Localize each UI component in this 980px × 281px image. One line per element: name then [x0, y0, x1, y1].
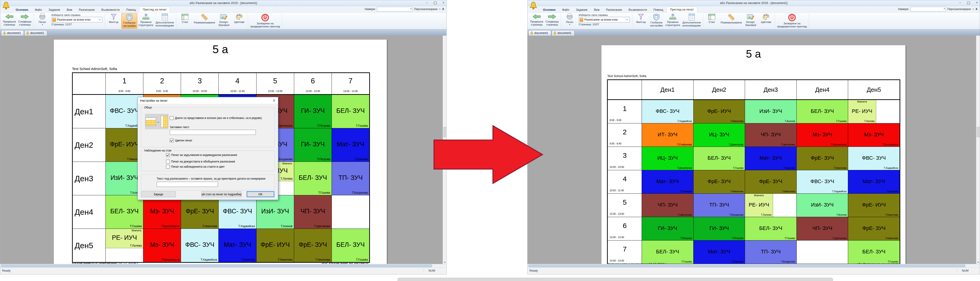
- print-button[interactable]: Печат ▼: [35, 13, 50, 29]
- chevron-down-icon[interactable]: ▼: [410, 8, 412, 10]
- chevron-down-icon[interactable]: ▼: [972, 8, 974, 10]
- dialog-close-icon[interactable]: X: [273, 98, 275, 102]
- tab-fail[interactable]: Файл: [32, 7, 45, 13]
- personalize-close[interactable]: X: [442, 8, 444, 11]
- horizontal-scrollbar[interactable]: [0, 264, 446, 267]
- next-page-button[interactable]: Следваща страница: [17, 13, 32, 29]
- scrollbar-thumb[interactable]: [443, 127, 446, 137]
- extra-columns-button[interactable]: Допълнителни колони/редове: [154, 13, 175, 29]
- footer-text-input[interactable]: [157, 182, 218, 187]
- checkbox-icon[interactable]: [166, 160, 170, 163]
- change-structure-button[interactable]: Промени структурата: [137, 13, 154, 29]
- filter-button[interactable]: Филтър: [633, 13, 649, 29]
- global-settings-button[interactable]: Глобални настройки: [121, 13, 137, 29]
- document-tab[interactable]: document1: [24, 30, 47, 35]
- global-settings-button[interactable]: Глобални настройки: [649, 13, 664, 29]
- chevron-down-icon[interactable]: ▼: [625, 18, 629, 22]
- tab-vazmozhnosti[interactable]: Възможности: [98, 7, 123, 13]
- tab-vazmozhnosti[interactable]: Възможности: [625, 7, 650, 13]
- checkbox-duties[interactable]: Печат на задължения в индивидуални разпи…: [166, 153, 237, 157]
- document-tab[interactable]: document1: [528, 30, 551, 35]
- scrollbar-thumb[interactable]: [1, 265, 432, 267]
- tab-zadanie[interactable]: Задание: [573, 7, 591, 13]
- colors-button[interactable]: Цветове: [232, 13, 247, 29]
- checkbox-supervision[interactable]: Печат на дежурствата в обобщените разпис…: [166, 160, 235, 163]
- tab-osnoven[interactable]: Основен: [540, 7, 559, 13]
- tab-vizh[interactable]: Виж: [591, 7, 603, 13]
- timetable-cell: Мат- ЗУЧТ.Божкова: [745, 147, 796, 170]
- document-tab[interactable]: document1: [552, 30, 574, 35]
- scrollbar-thumb[interactable]: [528, 265, 965, 267]
- lesson-teacher: Т.Асенов: [837, 213, 846, 216]
- find-input[interactable]: ▼: [910, 7, 946, 11]
- personalize-menu[interactable]: Персонализиране: [414, 8, 438, 11]
- checkbox-room-colors[interactable]: Печат на наблюденията на стаите в цвят: [166, 165, 225, 169]
- tab-pregled-na-pechat[interactable]: Преглед на печат: [667, 6, 697, 13]
- scrollbar-down-arrow[interactable]: [444, 262, 446, 263]
- close-button[interactable]: ×: [443, 1, 444, 5]
- chevron-down-icon[interactable]: ▼: [439, 8, 441, 10]
- personalize-menu[interactable]: Персонализиране: [947, 8, 971, 11]
- app-bell-icon[interactable]: [530, 1, 537, 11]
- tab-razpisanie[interactable]: Разписание: [603, 7, 625, 13]
- load-button[interactable]: Зареди: [141, 191, 176, 197]
- horizontal-scrollbar[interactable]: [528, 264, 980, 267]
- app-bell-icon[interactable]: [2, 1, 10, 11]
- checkbox-checked-icon[interactable]: [166, 153, 170, 157]
- checkbox-icon[interactable]: [166, 165, 170, 169]
- vertical-scrollbar[interactable]: [976, 35, 980, 264]
- tab-razpisanie[interactable]: Разписание: [76, 7, 98, 13]
- checkbox-days-in-columns[interactable]: Дните са представени в колони (ако не е …: [170, 116, 262, 120]
- design-button[interactable]: Design: Standard: [743, 13, 758, 29]
- style-button[interactable]: Стил: [704, 13, 719, 29]
- prev-page-button[interactable]: Предишна страница: [2, 13, 17, 29]
- report-combo[interactable]: Разписание за всеки клас ▼: [579, 17, 630, 22]
- restore-button[interactable]: [967, 2, 970, 4]
- tab-zadanie[interactable]: Задание: [45, 7, 64, 13]
- tab-pregled-na-pechat[interactable]: Преглед на печат: [139, 6, 170, 13]
- minimize-button[interactable]: −: [426, 1, 428, 5]
- chevron-down-icon[interactable]: ▼: [943, 8, 945, 10]
- checkbox-color-print[interactable]: Цветен печат: [170, 139, 192, 142]
- report-combo[interactable]: Разписание за всеки клас ▼: [51, 17, 102, 22]
- tab-fail[interactable]: Файл: [559, 7, 573, 13]
- timetable-cell: ФрЕ- ЗУЧТ.Николова: [694, 170, 745, 193]
- colors-button[interactable]: Цветове: [758, 13, 774, 29]
- filter-button[interactable]: Филтър: [106, 13, 121, 29]
- ok-button[interactable]: OK: [247, 191, 274, 197]
- close-preview-button[interactable]: Затваряне на предварителен преглед: [776, 13, 808, 29]
- design-button[interactable]: Design: Standard: [216, 13, 232, 29]
- title-text-input[interactable]: [170, 130, 256, 135]
- prev-page-button[interactable]: Предишна страница: [529, 13, 544, 29]
- set-default-style-button[interactable]: Задай стил за печат по подразбиране: [201, 191, 242, 197]
- sizes-widths-button[interactable]: Размери/ширини: [719, 13, 743, 29]
- print-button[interactable]: Печат ▼: [562, 13, 578, 29]
- scrollbar-down-arrow[interactable]: [977, 262, 979, 263]
- chevron-down-icon[interactable]: ▼: [98, 18, 102, 22]
- tab-vizh[interactable]: Виж: [64, 7, 76, 13]
- lesson-teacher: Т.Хаджийска: [238, 225, 255, 228]
- lesson-subject: ГИ- ЗУЧ: [294, 108, 331, 114]
- sizes-widths-button[interactable]: Размери/ширини: [192, 13, 216, 29]
- timetable-cell: ГИ- ЗУЧТ.Петрова: [294, 95, 332, 128]
- tab-osnoven[interactable]: Основен: [13, 7, 32, 13]
- timetable-cell: ИзИ- ЗУЧТ.Асенов: [797, 194, 848, 217]
- next-page-button[interactable]: Следваща страница: [544, 13, 560, 29]
- scrollbar-thumb[interactable]: [977, 127, 980, 137]
- tab-pomosht[interactable]: Помощ: [123, 7, 139, 13]
- extra-columns-button[interactable]: Допълнителни колони/редове: [681, 13, 702, 29]
- vertical-scrollbar[interactable]: [443, 35, 446, 264]
- lesson-subject: ИЦ- ЗУЧ: [642, 155, 693, 160]
- close-button[interactable]: ×: [976, 1, 978, 5]
- tab-pomosht[interactable]: Помощ: [650, 7, 667, 13]
- change-structure-button[interactable]: Промени структурата: [664, 13, 681, 29]
- style-button[interactable]: Стил: [177, 13, 192, 29]
- minimize-button[interactable]: −: [959, 1, 961, 5]
- close-preview-button[interactable]: Затваряне на предварителен преглед: [249, 13, 281, 29]
- personalize-close[interactable]: X: [975, 8, 977, 11]
- document-tab[interactable]: document1: [1, 30, 24, 35]
- checkbox-checked-icon[interactable]: [170, 139, 173, 142]
- find-input[interactable]: ▼: [377, 7, 412, 11]
- checkbox-icon[interactable]: [170, 116, 173, 120]
- restore-button[interactable]: [434, 2, 437, 4]
